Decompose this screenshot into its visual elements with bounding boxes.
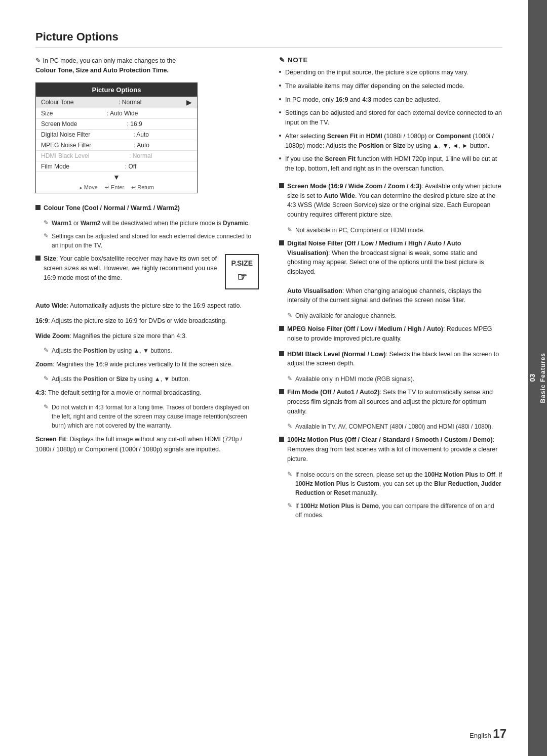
note-dot [279,111,281,113]
43-sub: ✎ Do not watch in 4:3 format for a long … [44,403,259,430]
screen-mode-sub: ✎ Not available in PC, Component or HDMI… [287,226,502,235]
chapter-tab: 03 Basic Features [528,0,547,756]
page-title: Picture Options [35,30,502,48]
bullet-square [279,389,284,394]
bullet-square [35,205,41,210]
table-row: Size : Auto Wide [36,108,197,119]
left-column: ✎ In PC mode, you can only make changes … [35,56,259,524]
bullet-square [35,256,41,261]
note-item-1: Depending on the input source, the pictu… [279,68,502,77]
screen-fit-para: Screen Fit: Displays the full image with… [35,434,259,454]
table-row: Film Mode : Off [36,161,197,172]
note-item-6: If you use the Screen Fit function with … [279,154,502,174]
chapter-number: 03 [528,374,536,382]
table-down-arrow: ▼ [36,172,197,182]
pencil-icon: ✎ [287,502,292,509]
dnf-sub: ✎ Only available for analogue channels. [287,311,502,320]
pencil-icon: ✎ [287,226,292,233]
dnf-section: Digital Noise Filter (Off / Low / Medium… [279,239,502,305]
psize-hand: ☞ [231,269,253,285]
colour-tone-sub1: ✎ Warm1 or Warm2 will be deactivated whe… [44,219,259,228]
bullet-square [279,437,284,442]
bullet-square [279,183,284,188]
pencil-icon: ✎ [44,403,49,410]
screen-mode-section: Screen Mode (16:9 / Wide Zoom / Zoom / 4… [279,182,502,220]
page-number: 17 [493,727,506,740]
note-dot [279,157,281,159]
169-para: 16:9: Adjusts the picture size to 16:9 f… [35,316,259,326]
colour-tone-sub2: ✎ Settings can be adjusted and stored fo… [44,232,259,250]
wide-zoom-para: Wide Zoom: Magnifies the picture size mo… [35,331,259,341]
intro-bold: Colour Tone, Size and Auto Protection Ti… [35,67,169,74]
note-item-4: Settings can be adjusted and stored for … [279,108,502,128]
note-label: NOTE [288,56,308,64]
table-row: Screen Mode : 16:9 [36,119,197,130]
motion-plus-sub2: ✎ If 100Hz Motion Plus is Demo, you can … [287,501,502,520]
size-title: P.SIZE ☞ Size: Your cable box/satellite … [44,254,259,295]
note-dot [279,85,281,87]
note-item-2: The available items may differ depending… [279,81,502,91]
hdmi-black-section: HDMI Black Level (Normal / Low): Selects… [279,350,502,369]
table-nav: ⬥ Move ↵ Enter ↩ Return [36,182,197,193]
note-dot [279,98,281,100]
film-mode-section: Film Mode (Off / Auto1 / Auto2): Sets th… [279,388,502,416]
pencil-icon: ✎ [44,375,49,382]
intro-text: ✎ In PC mode, you can only make changes … [35,56,259,75]
pencil-icon: ✎ [287,423,292,430]
bullet-square [279,240,284,245]
note-header: ✎ NOTE [279,56,502,64]
note-dot [279,135,281,137]
bullet-square [279,351,284,356]
table-row: Colour Tone : Normal ▶ [36,97,197,108]
psize-label: P.SIZE [231,259,253,267]
film-mode-sub: ✎ Available in TV, AV, COMPONENT (480i /… [287,422,502,431]
psize-box: P.SIZE ☞ [225,254,259,289]
wide-zoom-sub: ✎ Adjusts the Position by using ▲, ▼ but… [44,346,259,355]
note-item-5: After selecting Screen Fit in HDMI (1080… [279,132,502,151]
right-column: ✎ NOTE Depending on the input source, th… [279,56,502,524]
chapter-label: Basic Features [539,353,546,403]
mpeg-section: MPEG Noise Filter (Off / Low / Medium / … [279,324,502,344]
auto-wide-para: Auto Wide: Automatically adjusts the pic… [35,301,259,311]
table-row: MPEG Noise Filter : Auto [36,140,197,151]
table-header: Picture Options [36,83,197,97]
colour-tone-section: Colour Tone (Cool / Normal / Warm1 / War… [35,203,259,213]
pencil-icon: ✎ [287,375,292,382]
pencil-icon: ✎ [35,57,41,64]
language-label: English [470,732,491,739]
colour-tone-title: Colour Tone (Cool / Normal / Warm1 / War… [44,203,180,213]
note-dot [279,71,281,73]
43-para: 4:3: The default setting for a movie or … [35,388,259,398]
size-section: P.SIZE ☞ Size: Your cable box/satellite … [35,254,259,295]
picture-options-table: Picture Options Colour Tone : Normal ▶ S… [35,82,198,193]
motion-plus-section: 100Hz Motion Plus (Off / Clear / Standar… [279,435,502,464]
pencil-icon: ✎ [279,56,285,64]
hdmi-black-sub: ✎ Available only in HDMI mode (RGB signa… [287,374,502,384]
bullet-square [279,326,284,331]
footer-page: English 17 [470,727,506,741]
zoom-sub: ✎ Adjusts the Position or Size by using … [44,374,259,384]
pencil-icon: ✎ [44,347,49,354]
pencil-icon: ✎ [287,471,292,478]
motion-plus-sub1: ✎ If noise occurs on the screen, please … [287,470,502,497]
note-section: ✎ NOTE Depending on the input source, th… [279,56,502,174]
table-row: Digital Noise Filter : Auto [36,130,197,140]
pencil-icon: ✎ [287,312,292,319]
pencil-icon: ✎ [44,232,49,239]
table-row: HDMI Black Level : Normal [36,151,197,161]
note-item-3: In PC mode, only 16:9 and 4:3 modes can … [279,95,502,105]
zoom-para: Zoom: Magnifies the 16:9 wide pictures v… [35,359,259,369]
pencil-icon: ✎ [44,219,49,226]
